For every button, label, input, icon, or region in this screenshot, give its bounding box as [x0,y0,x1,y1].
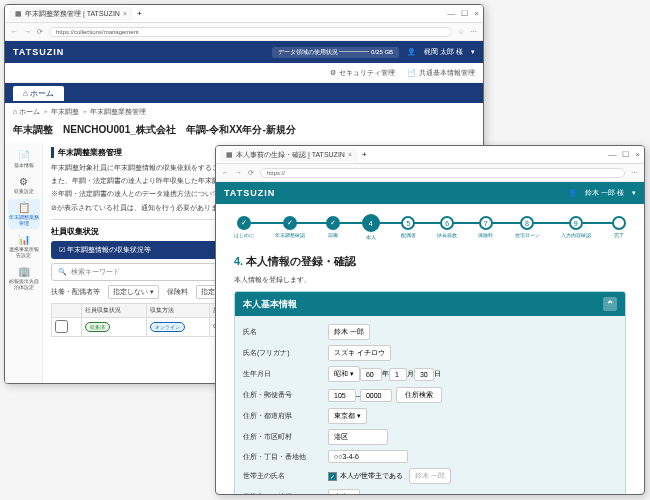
sidebar-item[interactable]: ⚙収集設定 [8,173,40,197]
hh-checkbox[interactable]: ✓ [328,472,337,481]
step[interactable]: 9入力内容確認 [561,216,591,238]
panel-header[interactable]: 本人基本情報⌃ [235,292,625,316]
row-checkbox[interactable] [55,320,68,333]
url-bar: ←→⟳ https://collections/management ☆⋯ [5,23,483,41]
tab-close-icon[interactable]: × [123,10,127,17]
sidebar-item[interactable]: 📊連携事業所報告設定 [8,231,40,261]
min-icon[interactable]: — [608,150,616,159]
star-icon[interactable]: ☆ [458,28,464,36]
address-input[interactable]: https://collections/management [49,27,452,37]
new-tab-icon[interactable]: + [137,9,142,18]
hh-label: 世帯主の氏名 [243,471,328,481]
name-label: 氏名 [243,327,328,337]
kana-label: 氏名(フリガナ) [243,348,328,358]
stepper: ✓はじめに✓年末調整確認✓前職4本人5配偶者6扶養親族7保険料8住宅ローン9入力… [216,204,644,250]
min-icon[interactable]: — [447,9,455,18]
reload-icon[interactable]: ⟳ [248,169,254,177]
page-title: 年末調整 NENCHOU001_株式会社 年調-令和XX年分-新規分 [5,121,483,143]
step[interactable]: ✓はじめに [234,216,254,238]
step[interactable]: ✓前職 [326,216,340,238]
brand-bar: TATSUZIN データ領域の使用状況 ━━━━━ 0/25 GB 👤梶岡 太郎… [5,41,483,63]
home-tabs: ⌂ ホーム [5,83,483,103]
breadcrumb[interactable]: ⌂ ホーム ＞ 年末調整 ＞ 年末調整業務管理 [5,103,483,121]
kana-input[interactable]: スズキ イチロウ [328,345,391,361]
titlebar: ▦年末調整業務管理 | TATSUZIN× + —☐× [5,5,483,23]
col-header[interactable]: 社員収集状況 [82,303,147,317]
year-input[interactable]: 60 [360,368,382,381]
chevron-down-icon[interactable]: ▾ [471,48,475,56]
file-icon: 📄 [407,69,416,77]
home-tab[interactable]: ⌂ ホーム [13,86,64,101]
tab-close-icon[interactable]: × [348,151,352,158]
user-name[interactable]: 鈴木 一郎 様 [585,188,624,198]
window-employee: ▦本人事前の生録・確認 | TATSUZIN× + —☐× ←→⟳ https:… [215,145,645,495]
step[interactable]: 8住宅ローン [515,216,540,238]
city-input[interactable]: 港区 [328,429,388,445]
rel-label: 世帯主との続柄 [243,492,328,495]
sub-bar: ⚙セキュリティ管理 📄共通基本情報管理 [5,63,483,83]
zip-search-button[interactable]: 住所検索 [396,387,442,403]
max-icon[interactable]: ☐ [622,150,629,159]
close-icon[interactable]: × [635,150,640,159]
fwd-icon[interactable]: → [24,28,31,35]
filter2-label: 保険料 [167,287,188,297]
fwd-icon[interactable]: → [235,169,242,176]
pref-select[interactable]: 東京都 ▾ [328,408,367,424]
user-icon[interactable]: 👤 [407,48,416,56]
town-input[interactable]: ○○3-4-6 [328,450,408,463]
back-icon[interactable]: ← [11,28,18,35]
era-select[interactable]: 昭和 ▾ [328,366,360,382]
sidebar-item[interactable]: 🏢給報提出先自治体設定 [8,263,40,293]
home-icon: ⌂ [23,89,28,98]
sidebar: 📄基本情報⚙収集設定📋年末調整業務管理📊連携事業所報告設定🏢給報提出先自治体設定 [5,143,43,384]
filter1-select[interactable]: 指定しない ▾ [108,285,159,299]
quota-badge: データ領域の使用状況 ━━━━━ 0/25 GB [272,47,399,58]
logo: TATSUZIN [224,188,275,198]
city-label: 住所・市区町村 [243,432,328,442]
step-subtitle: 本人情報を登録します。 [216,273,644,291]
close-icon[interactable]: × [474,9,479,18]
menu-icon[interactable]: ⋯ [631,169,638,177]
info-link[interactable]: 📄共通基本情報管理 [407,68,475,78]
brand-bar: TATSUZIN 👤鈴木 一郎 様▾ [216,182,644,204]
back-icon[interactable]: ← [222,169,229,176]
zip2-input[interactable]: 0000 [360,389,392,402]
user-name[interactable]: 梶岡 太郎 様 [424,47,463,57]
menu-icon[interactable]: ⋯ [470,28,477,36]
step[interactable]: 5配偶者 [401,216,416,238]
user-icon[interactable]: 👤 [568,189,577,197]
zip1-input[interactable]: 105 [328,389,356,402]
reload-icon[interactable]: ⟳ [37,28,43,36]
browser-tab[interactable]: ▦年末調整業務管理 | TATSUZIN× [9,7,133,21]
town-label: 住所・丁目・番地他 [243,452,328,462]
step[interactable]: 7保険料 [478,216,493,238]
hh-name-input: 鈴木 一郎 [409,468,451,484]
gear-icon: ⚙ [330,69,336,77]
day-input[interactable]: 30 [414,368,434,381]
address-input[interactable]: https:// [260,168,625,178]
rel-select[interactable]: 本人 ▾ [328,489,360,495]
col-header[interactable]: 収集方法 [147,303,210,317]
logo: TATSUZIN [13,47,64,57]
chevron-up-icon: ⌃ [603,297,617,311]
status-label: 社員収集状況 [51,226,99,237]
new-tab-icon[interactable]: + [362,150,367,159]
url-bar: ←→⟳ https:// ⋯ [216,164,644,182]
max-icon[interactable]: ☐ [461,9,468,18]
month-input[interactable]: 1 [389,368,407,381]
step[interactable]: 6扶養親族 [437,216,457,238]
col-header[interactable] [52,303,82,317]
name-input[interactable]: 鈴木 一郎 [328,324,370,340]
security-link[interactable]: ⚙セキュリティ管理 [330,68,395,78]
step[interactable]: 完了 [612,216,626,238]
panel-basic-info: 本人基本情報⌃ 氏名鈴木 一郎 氏名(フリガナ)スズキ イチロウ 生年月日 昭和… [234,291,626,495]
step[interactable]: 4本人 [362,214,380,240]
step-title: 4. 本人情報の登録・確認 [216,250,644,273]
step[interactable]: ✓年末調整確認 [275,216,305,238]
chevron-down-icon[interactable]: ▾ [632,189,636,197]
browser-tab[interactable]: ▦本人事前の生録・確認 | TATSUZIN× [220,148,358,162]
sidebar-item[interactable]: 📄基本情報 [8,147,40,171]
sidebar-item[interactable]: 📋年末調整業務管理 [8,199,40,229]
tab-icon: ▦ [226,151,233,159]
pref-label: 住所・都道府県 [243,411,328,421]
